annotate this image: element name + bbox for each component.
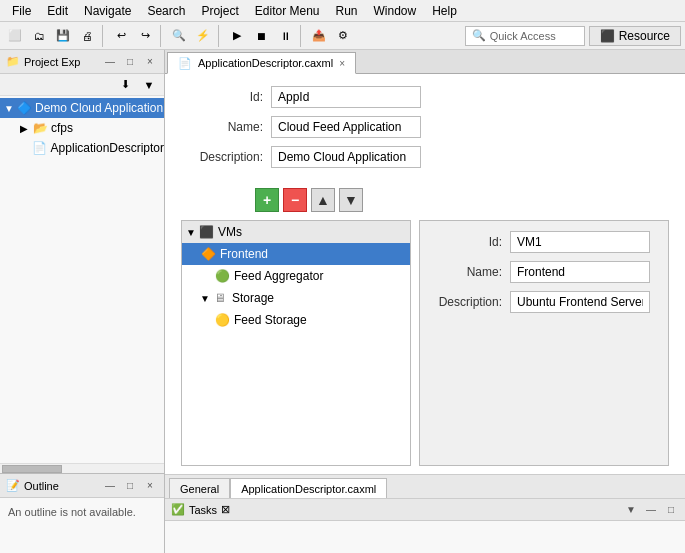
- toolbar-btn7[interactable]: 🔍: [168, 25, 190, 47]
- menu-edit[interactable]: Edit: [39, 2, 76, 20]
- toolbar-btn8[interactable]: ⚡: [192, 25, 214, 47]
- vms-label: VMs: [218, 225, 242, 239]
- tasks-panel: ✅ Tasks ⊠ ▼ — □: [165, 498, 685, 553]
- toolbar-settings-btn[interactable]: ⚙: [332, 25, 354, 47]
- name-input[interactable]: [271, 116, 421, 138]
- main-layout: 📁 Project Exp — □ × ⬇ ▼ ▼ 🔷 Demo Cloud A…: [0, 50, 685, 553]
- bottom-tab-app-descriptor[interactable]: ApplicationDescriptor.caxml: [230, 478, 387, 498]
- search-icon: 🔍: [472, 29, 486, 42]
- toolbar-sep4: [300, 25, 304, 47]
- vm-tree-item-feed-aggregator[interactable]: 🟢 Feed Aggregator: [182, 265, 410, 287]
- tree-item-label: Demo Cloud Application: [35, 101, 163, 115]
- frontend-vm-icon: 🔶: [200, 246, 216, 262]
- vms-icon: ⬛: [198, 224, 214, 240]
- vm-tree-root[interactable]: ▼ ⬛ VMs: [182, 221, 410, 243]
- project-explorer-title: Project Exp: [24, 56, 98, 68]
- form-row-id: Id:: [181, 86, 669, 108]
- project-tree-hscroll[interactable]: [0, 463, 164, 473]
- toolbar-btn11[interactable]: ⏸: [274, 25, 296, 47]
- perspective-label: Resource: [619, 29, 670, 43]
- form-area: Id: Name: Description:: [165, 74, 685, 184]
- toolbar-btn4[interactable]: 🖨: [76, 25, 98, 47]
- menu-navigate[interactable]: Navigate: [76, 2, 139, 20]
- split-area: ▼ ⬛ VMs 🔶 Frontend 🟢 Feed Aggregator ▼: [165, 220, 685, 474]
- menu-help[interactable]: Help: [424, 2, 465, 20]
- tree-toggle-demo[interactable]: ▼: [4, 103, 14, 114]
- tree-toggle-app: [20, 143, 30, 154]
- tab-file-icon: 📄: [178, 57, 192, 70]
- menu-window[interactable]: Window: [366, 2, 425, 20]
- storage-icon: 🖥: [212, 290, 228, 306]
- detail-description-input[interactable]: [510, 291, 650, 313]
- move-up-btn[interactable]: ▲: [311, 188, 335, 212]
- toolbar-btn6[interactable]: ↪: [134, 25, 156, 47]
- bottom-tab-app-descriptor-label: ApplicationDescriptor.caxml: [241, 483, 376, 495]
- toolbar-btn3[interactable]: 💾: [52, 25, 74, 47]
- toolbar-sep3: [218, 25, 222, 47]
- menu-project[interactable]: Project: [193, 2, 246, 20]
- bottom-tab-general[interactable]: General: [169, 478, 230, 498]
- vm-tree-toggle-root[interactable]: ▼: [186, 227, 196, 238]
- detail-name-input[interactable]: [510, 261, 650, 283]
- project-panel-toolbar: ⬇ ▼: [0, 74, 164, 96]
- perspective-btn[interactable]: ⬛ Resource: [589, 26, 681, 46]
- tree-item-app-descriptor[interactable]: 📄 ApplicationDescriptor: [0, 138, 164, 158]
- name-label: Name:: [181, 120, 271, 134]
- tasks-content: [165, 521, 685, 553]
- detail-row-description: Description:: [430, 291, 658, 313]
- editor-content: Id: Name: Description: + − ▲ ▼: [165, 74, 685, 498]
- details-panel: Id: Name: Description:: [419, 220, 669, 466]
- menu-file[interactable]: File: [4, 2, 39, 20]
- bottom-tab-general-label: General: [180, 483, 219, 495]
- outline-close-btn[interactable]: ×: [142, 478, 158, 494]
- outline-maximize-btn[interactable]: □: [122, 478, 138, 494]
- left-panel: 📁 Project Exp — □ × ⬇ ▼ ▼ 🔷 Demo Cloud A…: [0, 50, 165, 553]
- vm-tree-toggle-storage[interactable]: ▼: [200, 293, 210, 304]
- tree-item-demo-cloud[interactable]: ▼ 🔷 Demo Cloud Application: [0, 98, 164, 118]
- menu-search[interactable]: Search: [139, 2, 193, 20]
- menu-editor-menu[interactable]: Editor Menu: [247, 2, 328, 20]
- project-minimize-btn[interactable]: —: [102, 54, 118, 70]
- tasks-dropdown-btn[interactable]: ▼: [623, 502, 639, 518]
- quick-access-bar[interactable]: 🔍 Quick Access: [465, 26, 585, 46]
- toolbar-export-btn[interactable]: 📤: [308, 25, 330, 47]
- detail-name-label: Name:: [430, 265, 510, 279]
- vm-tree-item-storage-group[interactable]: ▼ 🖥 Storage: [182, 287, 410, 309]
- detail-row-id: Id:: [430, 231, 658, 253]
- description-input[interactable]: [271, 146, 421, 168]
- feed-storage-icon: 🟡: [214, 312, 230, 328]
- tasks-minimize-btn[interactable]: —: [643, 502, 659, 518]
- menu-run[interactable]: Run: [328, 2, 366, 20]
- perspective-icon: ⬛: [600, 29, 615, 43]
- description-label: Description:: [181, 150, 271, 164]
- toolbar-sep2: [160, 25, 164, 47]
- add-item-btn[interactable]: +: [255, 188, 279, 212]
- tree-toggle-cfps[interactable]: ▶: [20, 123, 30, 134]
- toolbar-btn5[interactable]: ↩: [110, 25, 132, 47]
- vm-tree-item-feed-storage[interactable]: 🟡 Feed Storage: [182, 309, 410, 331]
- hscroll-thumb[interactable]: [2, 465, 62, 473]
- vm-tree-item-frontend[interactable]: 🔶 Frontend: [182, 243, 410, 265]
- detail-id-input[interactable]: [510, 231, 650, 253]
- tree-item-cfps[interactable]: ▶ 📂 cfps: [0, 118, 164, 138]
- tree-item-label: ApplicationDescriptor: [51, 141, 164, 155]
- project-menu-btn[interactable]: ▼: [138, 74, 160, 96]
- toolbar-new-btn[interactable]: ⬜: [4, 25, 26, 47]
- toolbar-btn2[interactable]: 🗂: [28, 25, 50, 47]
- project-collapse-btn[interactable]: ⬇: [114, 74, 136, 96]
- project-close-btn[interactable]: ×: [142, 54, 158, 70]
- editor-tab-app-descriptor[interactable]: 📄 ApplicationDescriptor.caxml ×: [167, 52, 356, 74]
- tasks-maximize-btn[interactable]: □: [663, 502, 679, 518]
- toolbar-btn9[interactable]: ▶: [226, 25, 248, 47]
- menubar: File Edit Navigate Search Project Editor…: [0, 0, 685, 22]
- folder-icon: 📂: [32, 120, 48, 136]
- id-input[interactable]: [271, 86, 421, 108]
- outline-minimize-btn[interactable]: —: [102, 478, 118, 494]
- detail-id-label: Id:: [430, 235, 510, 249]
- project-maximize-btn[interactable]: □: [122, 54, 138, 70]
- toolbar-btn10[interactable]: ⏹: [250, 25, 272, 47]
- remove-item-btn[interactable]: −: [283, 188, 307, 212]
- tab-close-btn[interactable]: ×: [339, 58, 345, 69]
- move-down-btn[interactable]: ▼: [339, 188, 363, 212]
- outline-message: An outline is not available.: [0, 498, 164, 526]
